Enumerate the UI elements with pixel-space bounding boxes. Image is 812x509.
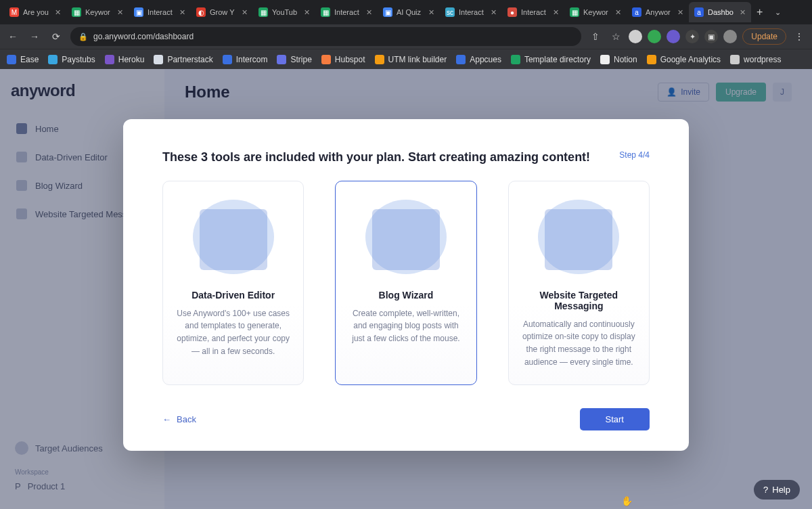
browser-tab[interactable]: ▣AI Quiz✕ [378,2,440,22]
modal-overlay: These 3 tools are included with your pla… [0,69,812,509]
tab-label: YouTub [272,8,300,16]
update-button[interactable]: Update [742,28,786,45]
tab-close-icon[interactable]: ✕ [179,8,185,17]
tab-label: Interact [334,8,362,16]
tab-label: Interact [459,8,487,16]
extensions-icon[interactable]: ✦ [685,30,699,43]
tool-card[interactable]: Website Targeted MessagingAutomatically … [508,181,650,385]
browser-chrome: MAre you✕▦Keywor✕▣Interact✕◐Grow Y✕▦YouT… [0,0,812,69]
onboarding-modal: These 3 tools are included with your pla… [123,119,689,451]
bookmark-item[interactable]: Appcues [456,55,501,64]
tabs-overflow-icon[interactable]: ⌄ [768,8,788,17]
tab-close-icon[interactable]: ✕ [428,8,434,17]
url-bar[interactable]: 🔒 go.anyword.com/dashboard [70,27,581,46]
tab-close-icon[interactable]: ✕ [740,8,746,17]
bookmark-item[interactable]: Partnerstack [154,55,212,64]
tab-close-icon[interactable]: ✕ [117,8,123,17]
bookmark-label: Hubspot [335,55,365,64]
card-illustration [348,194,464,280]
start-button[interactable]: Start [580,408,650,430]
browser-tab[interactable]: aAnywor✕ [627,2,689,22]
tool-card[interactable]: Data-Driven EditorUse Anyword's 100+ use… [162,181,304,385]
tab-close-icon[interactable]: ✕ [242,8,248,17]
bookmark-favicon-icon [223,55,232,64]
reload-icon[interactable]: ⟳ [49,31,64,42]
bookmark-label: Ease [20,55,39,64]
browser-tab[interactable]: ▦Keywor✕ [66,2,129,22]
help-label: Help [772,485,790,495]
bookmark-favicon-icon [730,55,740,64]
profile-3[interactable] [667,30,680,43]
browser-tab[interactable]: ▦Interact✕ [315,2,378,22]
tab-close-icon[interactable]: ✕ [615,8,621,17]
tab-close-icon[interactable]: ✕ [55,8,61,17]
browser-tab[interactable]: MAre you✕ [4,2,66,22]
browser-tab[interactable]: ▦Keywor✕ [564,2,627,22]
lock-icon: 🔒 [78,32,88,41]
browser-tab[interactable]: ●Interact✕ [502,2,564,22]
bookmark-item[interactable]: Template directory [511,55,591,64]
browser-tab[interactable]: ▦YouTub✕ [253,2,315,22]
bookmark-item[interactable]: Stripe [277,55,311,64]
bookmark-favicon-icon [48,55,58,64]
bookmark-item[interactable]: Intercom [223,55,268,64]
back-icon[interactable]: ← [5,31,20,42]
bookmark-item[interactable]: Ease [7,55,39,64]
back-button[interactable]: ← Back [162,414,196,424]
bookmark-favicon-icon [277,55,286,64]
star-icon[interactable]: ☆ [608,31,623,42]
card-illustration [175,194,291,280]
bookmark-label: Intercom [236,55,268,64]
profile-1[interactable] [629,30,642,43]
share-icon[interactable]: ⇧ [588,31,603,42]
tool-card[interactable]: Blog WizardCreate complete, well-written… [335,181,476,385]
bookmark-favicon-icon [7,55,16,64]
tab-label: Are you [23,8,51,16]
browser-tab[interactable]: ◐Grow Y✕ [191,2,253,22]
help-icon: ? [763,485,768,495]
cursor-icon: ✋ [621,495,633,506]
bookmark-item[interactable]: UTM link builder [375,55,447,64]
tab-close-icon[interactable]: ✕ [553,8,559,17]
modal-title: These 3 tools are included with your pla… [162,150,590,164]
browser-tab[interactable]: aDashbo✕ [689,2,751,22]
bookmark-label: UTM link builder [388,55,447,64]
favicon-icon: a [694,7,704,17]
favicon-icon: ▦ [72,7,81,17]
tab-close-icon[interactable]: ✕ [677,8,683,17]
tab-close-icon[interactable]: ✕ [366,8,372,17]
bookmark-label: Template directory [524,55,591,64]
new-tab-button[interactable]: + [751,6,768,18]
bookmark-favicon-icon [511,55,520,64]
bookmark-item[interactable]: wordpress [730,55,781,64]
tab-close-icon[interactable]: ✕ [491,8,497,17]
profile-2[interactable] [648,30,661,43]
bookmark-favicon-icon [647,55,656,64]
panel-icon[interactable]: ▣ [704,30,718,43]
favicon-icon: M [9,7,19,17]
bookmark-label: Heroku [118,55,145,64]
browser-menu-icon[interactable]: ⋮ [792,31,807,42]
favicon-icon: ▣ [134,7,143,17]
bookmark-favicon-icon [321,55,331,64]
card-description: Use Anyword's 100+ use cases and templat… [175,307,291,357]
bookmark-favicon-icon [375,55,384,64]
bookmark-favicon-icon [105,55,114,64]
bookmark-item[interactable]: Heroku [105,55,145,64]
tab-label: Dashbo [708,8,736,16]
help-button[interactable]: ? Help [754,480,800,500]
profile-avatar[interactable] [723,30,737,43]
bookmark-item[interactable]: Paystubs [48,55,95,64]
tab-close-icon[interactable]: ✕ [304,8,310,17]
bookmark-item[interactable]: Notion [600,55,637,64]
bookmark-item[interactable]: Google Analytics [647,55,721,64]
card-description: Create complete, well-written, and engag… [348,307,464,345]
app-viewport: anyword HomeData-Driven EditorBlog Wizar… [0,69,812,509]
browser-tab[interactable]: scInteract✕ [440,2,502,22]
tab-label: Interact [148,8,175,16]
bookmark-label: wordpress [744,55,781,64]
browser-tab[interactable]: ▣Interact✕ [129,2,191,22]
forward-icon[interactable]: → [27,31,42,42]
bookmark-item[interactable]: Hubspot [321,55,365,64]
nav-right: ⇧ ☆ ✦▣Update⋮ [588,28,807,45]
